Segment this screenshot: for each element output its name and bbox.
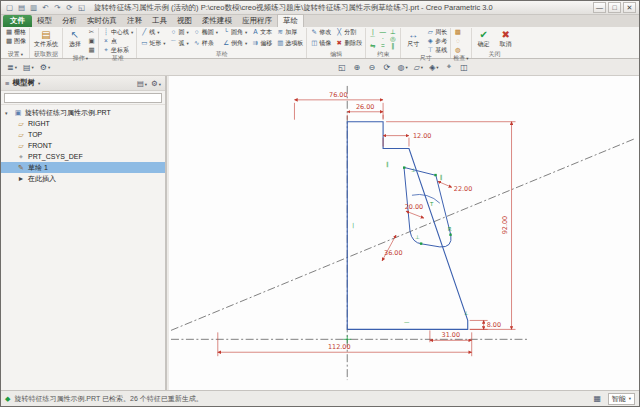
thicken-button[interactable]: ≋加厚	[275, 28, 304, 36]
select-button[interactable]: ↖ 选择	[65, 28, 85, 50]
tab-flexible-modeling[interactable]: 柔性建模	[197, 15, 237, 27]
dim-20[interactable]: 20.00	[405, 203, 424, 211]
expander-icon[interactable]: ▾	[5, 110, 11, 116]
close-button[interactable]: ✕	[623, 2, 636, 13]
tab-analysis[interactable]: 分析	[57, 15, 82, 27]
dim-112[interactable]: 112.00	[328, 343, 351, 351]
tab-sketch[interactable]: 草绘	[277, 14, 304, 27]
baseline-dimension-button[interactable]: ⊤基线	[425, 46, 448, 54]
parallel-constraint-button[interactable]: ∥	[388, 42, 397, 50]
modify-button[interactable]: ✎修改	[309, 28, 332, 36]
ellipse-button[interactable]: ○椭圆▾	[192, 28, 219, 36]
tree-item-sketch[interactable]: ✎ 草绘 1	[1, 162, 165, 173]
tree-filters-icon[interactable]: ▤▾	[136, 79, 148, 88]
dim-26[interactable]: 26.00	[356, 103, 375, 111]
reference-dimension-button[interactable]: ◈参考	[425, 37, 448, 45]
symmetric-constraint-button[interactable]: ⇋	[368, 42, 377, 50]
tree-item-root[interactable]: ▾ ▣ 旋转特征练习属性示例.PRT	[1, 107, 165, 118]
line-button[interactable]: ╱线▾	[139, 28, 166, 36]
tab-applications[interactable]: 应用程序	[237, 15, 277, 27]
shade-closed-loops-button[interactable]: ◍	[453, 46, 462, 54]
tree-settings-icon[interactable]: ⚙▾	[150, 79, 162, 88]
dim-8[interactable]: 8.00	[487, 321, 501, 329]
palette-button[interactable]: ▥选项板	[275, 39, 304, 47]
panel-show-icon[interactable]: ▤▾	[21, 61, 36, 74]
dim-12[interactable]: 12.00	[413, 132, 432, 140]
tab-tools[interactable]: 工具	[147, 15, 172, 27]
dim-92[interactable]: 92.00	[501, 216, 509, 234]
annotation-display-icon[interactable]: ◈▾	[427, 61, 440, 74]
copy-button[interactable]: ▣	[87, 37, 96, 45]
graphics-area[interactable]: 76.00 26.00 12.00 22.00 20.00 36.00 92.0…	[169, 76, 639, 390]
minimize-button[interactable]: —	[593, 2, 606, 13]
dimension-button[interactable]: ↔ 尺寸	[403, 28, 423, 50]
constraint-symbol[interactable]: ∥	[386, 161, 389, 168]
tab-view[interactable]: 视图	[172, 15, 197, 27]
undo-icon[interactable]: ↶	[40, 2, 51, 13]
cut-button[interactable]: ✂	[87, 28, 96, 36]
ok-button[interactable]: ✔ 确定	[474, 28, 494, 50]
zoom-out-icon[interactable]: ⊖	[365, 61, 378, 74]
regenerate-icon[interactable]: ⟳	[64, 2, 75, 13]
refit-icon[interactable]: ◱	[335, 61, 348, 74]
arc-button[interactable]: ⌒弧▾	[169, 39, 190, 47]
equal-constraint-button[interactable]: =	[378, 42, 387, 50]
datum-display-icon[interactable]: ▱▾	[412, 61, 425, 74]
maximize-button[interactable]: □	[608, 2, 621, 13]
redo-icon[interactable]: ↷	[52, 2, 63, 13]
constraint-symbol[interactable]: |	[352, 222, 354, 229]
vertex-marker[interactable]	[434, 174, 436, 176]
dim-76[interactable]: 76.00	[329, 91, 348, 99]
perimeter-dimension-button[interactable]: ▱周长	[425, 28, 448, 36]
tree-item-csys[interactable]: ⌖ PRT_CSYS_DEF	[1, 151, 165, 162]
tree-item-front[interactable]: ▱ FRONT	[1, 140, 165, 151]
window-icon[interactable]: ◱	[76, 2, 87, 13]
select-items-icon[interactable]: ▦	[591, 392, 604, 405]
tab-annotate[interactable]: 注释	[122, 15, 147, 27]
constraint-symbol[interactable]: —	[404, 319, 410, 325]
tree-item-right[interactable]: ▱ RIGHT	[1, 118, 165, 129]
selection-filter[interactable]: 智能▾	[608, 393, 635, 405]
constraint-symbol[interactable]: ⊥	[411, 167, 416, 173]
tree-item-top[interactable]: ▱ TOP	[1, 129, 165, 140]
constraint-symbol[interactable]: T	[429, 201, 434, 207]
offset-button[interactable]: ⇉偏移	[250, 39, 273, 47]
tab-live-sim[interactable]: 实时仿真	[82, 15, 122, 27]
grid-settings-button[interactable]: ▦栅格	[4, 28, 27, 36]
model-tree-filter-input[interactable]	[4, 93, 162, 103]
dim-36[interactable]: 36.00	[384, 249, 403, 257]
open-ends-button[interactable]: ◌	[453, 37, 462, 45]
text-button[interactable]: A文本	[250, 28, 273, 36]
file-system-button[interactable]: ▤ 文件系统	[32, 28, 60, 50]
vertex-marker[interactable]	[403, 166, 405, 168]
open-file-icon[interactable]: ▤	[16, 2, 27, 13]
repaint-icon[interactable]: ⟳	[380, 61, 393, 74]
dim-line-22[interactable]	[438, 181, 452, 187]
constraint-symbol[interactable]: ⊥	[464, 310, 469, 316]
spline-button[interactable]: ∿样条	[192, 39, 219, 47]
save-icon[interactable]: ▥	[28, 2, 39, 13]
cancel-button[interactable]: ✖ 取消	[496, 28, 516, 50]
spin-center-icon[interactable]: ⌖	[443, 61, 456, 74]
vertex-marker[interactable]	[449, 233, 451, 235]
constraint-symbol[interactable]: R	[448, 226, 452, 232]
display-style-icon[interactable]: ◍▾	[395, 61, 409, 74]
panel-list-icon[interactable]: ≣▾	[5, 61, 19, 74]
sketch-canvas[interactable]: 76.00 26.00 12.00 22.00 20.00 36.00 92.0…	[169, 76, 639, 390]
view-manager-icon[interactable]: ◫	[458, 61, 471, 74]
image-button[interactable]: ▩图像	[4, 37, 27, 45]
mirror-button[interactable]: ◫镜像	[309, 39, 332, 47]
tree-item-insert-here[interactable]: ► 在此插入	[1, 173, 165, 184]
vertex-marker[interactable]	[420, 242, 422, 244]
panel-settings-icon[interactable]: ⚙▾	[38, 61, 52, 74]
dim-31[interactable]: 31.00	[442, 331, 461, 339]
centerline-button[interactable]: ┊中心线▾	[101, 28, 134, 36]
divide-button[interactable]: ╳分割	[334, 28, 363, 36]
delete-segment-button[interactable]: ✖删除段	[334, 39, 363, 47]
tab-file[interactable]: 文件	[3, 15, 32, 27]
paste-button[interactable]: ▦	[87, 46, 96, 54]
rectangle-button[interactable]: ▭矩形▾	[139, 39, 166, 47]
fillet-button[interactable]: ╰圆角▾	[221, 28, 248, 36]
zoom-in-icon[interactable]: ⊕	[350, 61, 363, 74]
overlapping-geometry-button[interactable]: ▩	[453, 28, 462, 36]
